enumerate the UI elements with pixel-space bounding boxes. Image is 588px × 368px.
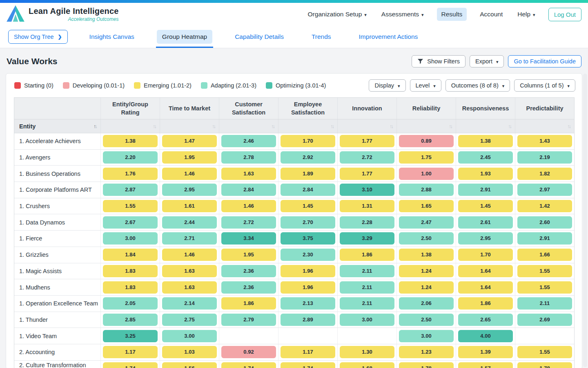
rating-pill-adapting[interactable]: 2.06 xyxy=(399,297,454,310)
rating-pill-emerging[interactable]: 1.63 xyxy=(221,168,276,180)
rating-pill-emerging[interactable]: 1.57 xyxy=(458,362,513,368)
rating-pill-adapting[interactable]: 2.89 xyxy=(281,314,335,326)
rating-pill-adapting[interactable]: 2.36 xyxy=(221,281,276,294)
show-filters-button[interactable]: Show Filters xyxy=(412,55,466,67)
rating-pill-emerging[interactable]: 1.74 xyxy=(281,362,335,368)
tab-group-heatmap[interactable]: Group Heatmap xyxy=(157,26,212,48)
rating-pill-emerging[interactable]: 1.42 xyxy=(517,200,572,212)
show-org-tree-button[interactable]: Show Org Tree ❯ xyxy=(8,30,68,44)
rating-pill-emerging[interactable]: 1.68 xyxy=(340,362,394,368)
rating-pill-adapting[interactable]: 2.45 xyxy=(458,151,513,164)
rating-pill-emerging[interactable]: 1.78 xyxy=(399,362,454,368)
rating-pill-adapting[interactable]: 2.14 xyxy=(162,297,217,310)
rating-pill-emerging[interactable]: 1.38 xyxy=(458,135,513,147)
rating-pill-emerging[interactable]: 1.39 xyxy=(458,346,513,358)
rating-pill-emerging[interactable]: 1.77 xyxy=(340,168,394,180)
nav-item-account[interactable]: Account xyxy=(478,8,504,21)
rating-pill-emerging[interactable]: 1.75 xyxy=(399,151,454,164)
rating-pill-adapting[interactable]: 2.11 xyxy=(517,297,572,310)
rating-pill-emerging[interactable]: 1.46 xyxy=(162,249,217,261)
nav-item-help[interactable]: Help▾ xyxy=(516,8,537,21)
export-button[interactable]: Export ▾ xyxy=(470,55,504,67)
facilitation-guide-button[interactable]: Go to Facilitation Guide xyxy=(508,55,581,67)
rating-pill-emerging[interactable]: 1.55 xyxy=(517,265,572,277)
rating-pill-optimizing[interactable]: 3.25 xyxy=(103,330,158,342)
rating-pill-emerging[interactable]: 1.55 xyxy=(103,200,158,212)
rating-pill-emerging[interactable]: 1.61 xyxy=(162,200,217,212)
rating-pill-emerging[interactable]: 1.03 xyxy=(162,346,217,358)
rating-pill-emerging[interactable]: 1.84 xyxy=(103,249,158,261)
rating-pill-emerging[interactable]: 1.46 xyxy=(221,200,276,212)
columns-1-of-5-dropdown[interactable]: Columns (1 of 5)▾ xyxy=(514,79,575,92)
rating-pill-emerging[interactable]: 1.70 xyxy=(281,135,335,147)
rating-pill-developing[interactable]: 1.00 xyxy=(399,168,454,180)
rating-pill-emerging[interactable]: 1.76 xyxy=(103,168,158,180)
sort-responsiveness-icon[interactable]: ↑↓ xyxy=(508,123,511,129)
rating-pill-emerging[interactable]: 1.77 xyxy=(340,135,394,147)
outcomes-8-of-8-dropdown[interactable]: Outcomes (8 of 8)▾ xyxy=(445,79,510,92)
rating-pill-emerging[interactable]: 1.17 xyxy=(281,346,335,358)
rating-pill-emerging[interactable]: 1.83 xyxy=(103,281,158,294)
rating-pill-emerging[interactable]: 1.70 xyxy=(458,249,513,261)
rating-pill-emerging[interactable]: 1.38 xyxy=(399,249,454,261)
tab-insights-canvas[interactable]: Insights Canvas xyxy=(84,26,140,48)
brand-logo[interactable]: Lean Agile Intelligence Accelerating Out… xyxy=(7,5,119,23)
rating-pill-adapting[interactable]: 2.67 xyxy=(103,216,158,229)
rating-pill-emerging[interactable]: 1.65 xyxy=(399,200,454,212)
tab-trends[interactable]: Trends xyxy=(306,26,336,48)
rating-pill-emerging[interactable]: 1.95 xyxy=(162,151,217,164)
rating-pill-adapting[interactable]: 2.05 xyxy=(103,297,158,310)
rating-pill-emerging[interactable]: 1.96 xyxy=(281,281,335,294)
rating-pill-adapting[interactable]: 2.65 xyxy=(458,314,513,326)
table-scrollbar[interactable] xyxy=(583,74,587,367)
rating-pill-emerging[interactable]: 1.63 xyxy=(162,265,217,277)
rating-pill-adapting[interactable]: 2.11 xyxy=(340,265,394,277)
rating-pill-emerging[interactable]: 1.63 xyxy=(162,281,217,294)
rating-pill-adapting[interactable]: 3.00 xyxy=(103,232,158,245)
level-dropdown[interactable]: Level▾ xyxy=(410,79,441,92)
rating-pill-adapting[interactable]: 2.60 xyxy=(517,216,572,229)
rating-pill-emerging[interactable]: 1.82 xyxy=(517,168,572,180)
rating-pill-adapting[interactable]: 2.75 xyxy=(162,314,217,326)
rating-pill-emerging[interactable]: 1.24 xyxy=(399,281,454,294)
rating-pill-adapting[interactable]: 2.47 xyxy=(399,216,454,229)
tab-capability-details[interactable]: Capability Details xyxy=(229,26,289,48)
rating-pill-emerging[interactable]: 1.95 xyxy=(221,249,276,261)
rating-pill-emerging[interactable]: 1.83 xyxy=(103,265,158,277)
rating-pill-adapting[interactable]: 2.61 xyxy=(458,216,513,229)
nav-item-organization-setup[interactable]: Organization Setup▾ xyxy=(306,8,368,21)
sort-entity-group-rating-icon[interactable]: ↑↓ xyxy=(153,123,156,129)
rating-pill-adapting[interactable]: 2.71 xyxy=(162,232,217,245)
tab-improvement-actions[interactable]: Improvement Actions xyxy=(354,26,423,48)
rating-pill-adapting[interactable]: 2.78 xyxy=(221,151,276,164)
rating-pill-adapting[interactable]: 2.11 xyxy=(340,281,394,294)
rating-pill-adapting[interactable]: 2.84 xyxy=(281,184,335,196)
sort-employee-satisfaction-icon[interactable]: ↑↓ xyxy=(330,123,333,129)
rating-pill-optimizing[interactable]: 4.00 xyxy=(458,330,513,342)
rating-pill-adapting[interactable]: 3.00 xyxy=(162,330,217,342)
rating-pill-adapting[interactable]: 2.13 xyxy=(281,297,335,310)
rating-pill-adapting[interactable]: 2.72 xyxy=(221,216,276,229)
rating-pill-adapting[interactable]: 2.50 xyxy=(399,232,454,245)
nav-item-assessments[interactable]: Assessments▾ xyxy=(380,8,425,21)
rating-pill-adapting[interactable]: 2.84 xyxy=(221,184,276,196)
rating-pill-optimizing[interactable]: 3.10 xyxy=(340,184,394,196)
rating-pill-developing[interactable]: 0.89 xyxy=(399,135,454,147)
rating-pill-optimizing[interactable]: 3.29 xyxy=(340,232,394,245)
rating-pill-adapting[interactable]: 2.36 xyxy=(221,265,276,277)
rating-pill-adapting[interactable]: 2.11 xyxy=(340,297,394,310)
rating-pill-emerging[interactable]: 1.56 xyxy=(162,362,217,368)
rating-pill-adapting[interactable]: 2.70 xyxy=(281,216,335,229)
sort-entity-icon[interactable]: ↑↓ xyxy=(94,123,96,129)
rating-pill-adapting[interactable]: 2.92 xyxy=(281,151,335,164)
rating-pill-adapting[interactable]: 2.87 xyxy=(103,184,158,196)
rating-pill-emerging[interactable]: 1.23 xyxy=(399,346,454,358)
rating-pill-adapting[interactable]: 2.91 xyxy=(517,232,572,245)
nav-item-results[interactable]: Results xyxy=(437,8,467,21)
rating-pill-emerging[interactable]: 1.38 xyxy=(103,135,158,147)
rating-pill-adapting[interactable]: 2.19 xyxy=(517,151,572,164)
rating-pill-emerging[interactable]: 1.43 xyxy=(517,135,572,147)
rating-pill-emerging[interactable]: 1.74 xyxy=(221,362,276,368)
display-dropdown[interactable]: Display▾ xyxy=(369,79,405,92)
rating-pill-adapting[interactable]: 2.97 xyxy=(517,184,572,196)
